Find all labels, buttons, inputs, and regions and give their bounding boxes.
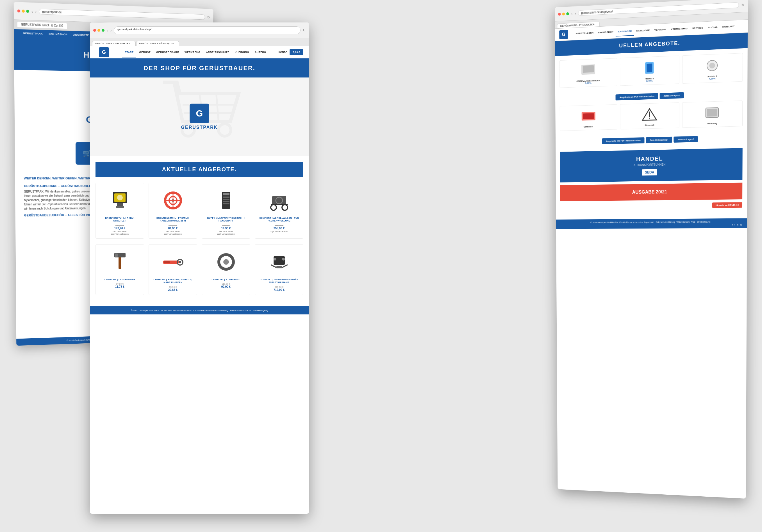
- twitter-icon[interactable]: t: [734, 224, 735, 226]
- window-controls-right: [558, 12, 569, 16]
- product-img-6: [152, 248, 193, 276]
- nav-verkauf-right[interactable]: VERKAUF: [652, 25, 669, 35]
- product-card-3[interactable]: BUFF | MULTIFUNKTIONSTUCH | HANDCRAFT 18…: [202, 183, 250, 238]
- minimize-dot-mid[interactable]: [98, 29, 100, 32]
- shop-cart-area: G GERUSTPARK: [90, 78, 309, 156]
- ausgabe-label: AUSGABE 20/21: [566, 188, 737, 196]
- svg-rect-9: [117, 203, 123, 206]
- nav-aufzug[interactable]: AUFZUG: [252, 47, 269, 58]
- footer-right-text: © 2020 Gerüstpark GmbH & Co. KG. Alle Re…: [558, 221, 745, 224]
- seda-logo: SEDA: [642, 169, 657, 175]
- product-card-7[interactable]: COMFORT | STAHLBAND 110,90 € 92,90 €: [202, 244, 250, 295]
- nav-gerustbedarf[interactable]: GERÜSTBEDARF: [153, 47, 182, 58]
- catalog-item-6[interactable]: Werkzeug: [682, 100, 743, 128]
- mid-logo: G: [96, 46, 113, 58]
- nav-start[interactable]: START: [122, 47, 136, 58]
- product-price-new-7: 92,90 €: [205, 285, 247, 288]
- forward-button[interactable]: ›: [35, 9, 37, 14]
- nav-kontakt-right[interactable]: KONTAKT: [720, 22, 737, 32]
- minimize-dot-right[interactable]: [562, 12, 565, 16]
- nav-kleidung[interactable]: KLEIDUNG: [232, 47, 252, 58]
- nav-onlineshop[interactable]: ONLINESHOP: [48, 33, 67, 36]
- catalog-item-4[interactable]: Geräte Set: [560, 104, 617, 131]
- nav-gerustpark[interactable]: GERÜSTPARK: [23, 32, 43, 35]
- close-dot[interactable]: [17, 9, 21, 12]
- product-card-8[interactable]: COMFORT | UMREIFUNGSGERÄT FÜR STAHLBAND …: [255, 244, 303, 295]
- facebook-icon[interactable]: f: [732, 224, 733, 226]
- instagram-icon[interactable]: ig: [740, 224, 742, 226]
- linkedin-icon[interactable]: in: [737, 224, 738, 226]
- online-button[interactable]: Zum Onlineshop!: [646, 137, 672, 143]
- nav-werkzeug[interactable]: WERKZEUG: [182, 47, 203, 58]
- mid-window: ‹ › geruestpark.de/onlineshop/ ↻ GERÜSTP…: [90, 23, 309, 514]
- address-bar-back[interactable]: geruestpark.de: [39, 9, 205, 20]
- catalog-img-6: [685, 103, 740, 122]
- catalog-item-2[interactable]: Produkt 2 3,49%: [620, 56, 679, 86]
- close-dot-mid[interactable]: [93, 29, 96, 32]
- anfragen-button-2[interactable]: Jetzt anfragen!: [673, 136, 698, 143]
- nav-social-right[interactable]: SOCIAL: [706, 23, 720, 32]
- product-card-4[interactable]: COMFORT | ABROLLWAGEN | FÜR PACKENWICKLU…: [255, 183, 303, 238]
- maximize-dot[interactable]: [26, 10, 29, 13]
- nav-gerust[interactable]: GERÜST: [136, 47, 153, 58]
- nav-angebote[interactable]: ANGEBOTE: [73, 33, 89, 36]
- pdf-button-2[interactable]: Angebote als PDF herunterladen: [602, 137, 645, 144]
- product-card-1[interactable]: BRENNENSTUHL | AKKU-STRAHLER 159,90 € 14…: [96, 183, 144, 238]
- refresh-button-right[interactable]: ↻: [741, 3, 744, 7]
- product-price-new-4: 355,90 €: [259, 227, 300, 230]
- maximize-dot-right[interactable]: [566, 12, 569, 15]
- social-icons-row: f t in ig: [558, 224, 745, 227]
- covid-area: Hinweis zu COVID-19: [560, 202, 742, 215]
- covid-button[interactable]: Hinweis zu COVID-19: [712, 202, 742, 208]
- back-button-right[interactable]: ‹: [571, 11, 573, 16]
- back-button-mid[interactable]: ‹: [107, 28, 108, 33]
- catalog-item-5[interactable]: Sicherheit: [620, 102, 679, 129]
- hero-shop: DER SHOP FÜR GERÜSTBAUER.: [90, 59, 309, 78]
- svg-rect-10: [116, 206, 124, 208]
- product-vat-1: inkl. 19 % MwSt.: [99, 231, 140, 233]
- nav-herstellern[interactable]: HERSTELLERN: [573, 29, 596, 38]
- nav-fremdshop[interactable]: FREMDSHOP: [596, 28, 616, 37]
- forward-button-mid[interactable]: ›: [111, 28, 112, 33]
- close-dot-right[interactable]: [558, 13, 561, 16]
- nav-konto[interactable]: KONTO: [278, 51, 287, 54]
- svg-rect-50: [583, 113, 594, 119]
- nav-service-right[interactable]: SERVICE: [690, 24, 706, 33]
- refresh-button[interactable]: ↻: [207, 15, 210, 19]
- product-vat-2: inkl. 19 % MwSt.: [152, 231, 193, 233]
- product-price-new-5: 11,78 €: [99, 285, 140, 288]
- handel-section: HANDEL & TRANSPORTBÜHNEN SEDA: [560, 148, 743, 182]
- product-card-2[interactable]: BRENNENSTUHL | PREMIUM KABELTROMMEL 25 m…: [149, 183, 197, 238]
- minimize-dot[interactable]: [22, 10, 25, 13]
- product-name-4: COMFORT | ABROLLWAGEN | FÜR PACKENWICKLU…: [259, 217, 300, 223]
- nav-arbeitsschutz[interactable]: ARBEITSSCHUTZ: [203, 47, 232, 58]
- product-price-new-8: 712,90 €: [259, 288, 300, 292]
- cart-button[interactable]: 0,00 €: [290, 49, 303, 55]
- forward-button-right[interactable]: ›: [575, 11, 576, 16]
- catalog-products-1: ORIGINAL SEBA WINDEN 5,99% Produkt 2 3,4…: [560, 53, 743, 88]
- back-button[interactable]: ‹: [32, 9, 33, 14]
- svg-rect-21: [223, 201, 229, 202]
- tab-mid-2[interactable]: GERÜSTPARK Onlineshop - S...: [136, 41, 179, 46]
- anfragen-button-1[interactable]: Jetzt anfragen!: [659, 92, 684, 99]
- product-card-6[interactable]: COMFORT | RATSCHE | SW19/22 | MADE IN JA…: [149, 244, 197, 295]
- refresh-button-mid[interactable]: ↻: [303, 28, 306, 32]
- tab-back[interactable]: GERÜSTPARK GmbH & Co. KG: [17, 22, 67, 29]
- mid-logo-icon: G: [99, 47, 109, 57]
- nav-vermietung-right[interactable]: VERMIETUNG: [669, 24, 690, 34]
- catalog-item-3[interactable]: Produkt 3 4,99%: [682, 53, 743, 84]
- catalog-name-4: Geräte Set: [562, 125, 615, 128]
- nav-angebote-right[interactable]: ANGEBOTE: [616, 27, 634, 36]
- tab-mid-1[interactable]: GERÜSTPARK - PRODUKTKA...: [92, 41, 136, 46]
- catalog-name-5: Sicherheit: [623, 123, 677, 127]
- pdf-button-1[interactable]: Angebote als PDF herunterladen: [616, 93, 658, 100]
- product-card-5[interactable]: COMFORT | LATTHAMMER 17,90 € 11,78 €: [96, 244, 144, 295]
- address-bar-mid[interactable]: geruestpark.de/onlineshop/: [114, 27, 301, 34]
- catalog-item-1[interactable]: ORIGINAL SEBA WINDEN 5,99%: [560, 58, 617, 88]
- shop-logo-icon: G: [190, 103, 209, 123]
- svg-rect-34: [164, 261, 170, 263]
- svg-rect-18: [223, 193, 229, 195]
- shop-logo-text: GERUSTPARK: [181, 125, 218, 130]
- maximize-dot-mid[interactable]: [102, 29, 105, 32]
- nav-kataloge-right[interactable]: KATALOGE: [634, 26, 652, 35]
